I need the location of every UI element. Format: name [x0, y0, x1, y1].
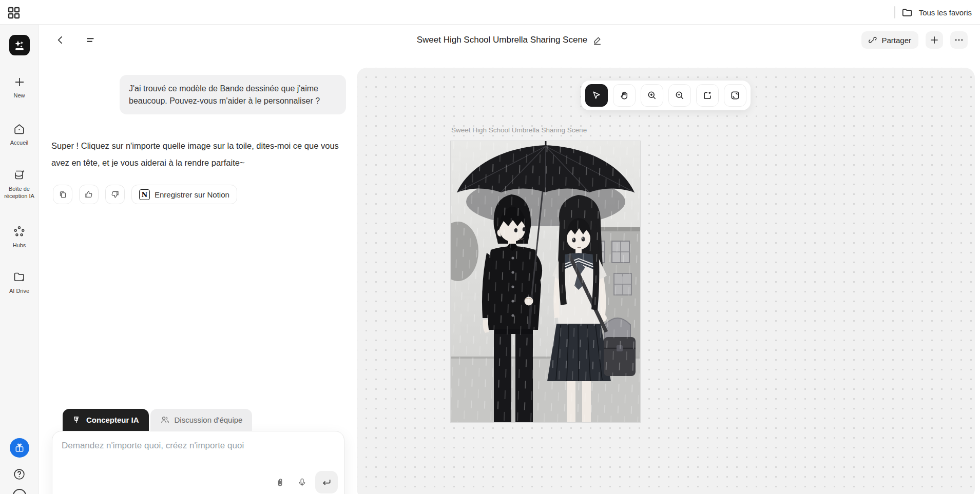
save-to-notion-button[interactable]: N Enregistrer sur Notion	[131, 185, 237, 204]
copy-icon	[59, 190, 67, 199]
designer-pen-icon	[72, 416, 82, 425]
hand-icon	[619, 90, 629, 101]
sidebar-item-boite-reception-ia[interactable]: Boîte de réception IA	[0, 168, 39, 200]
share-button-label: Partager	[881, 36, 911, 45]
add-button[interactable]	[926, 31, 943, 49]
sidebar-item-ai-drive[interactable]: AI Drive	[0, 270, 39, 294]
copy-button[interactable]	[53, 185, 72, 204]
zoom-out-icon	[675, 90, 685, 101]
list-lines-icon	[85, 34, 96, 46]
sidebar-item-accueil[interactable]: Accueil	[0, 123, 39, 146]
help-button[interactable]	[13, 468, 26, 481]
share-button[interactable]: Partager	[861, 31, 918, 49]
notion-button-label: Enregistrer sur Notion	[155, 190, 229, 199]
history-list-button[interactable]	[82, 32, 99, 48]
select-tool-button[interactable]	[585, 84, 608, 107]
top-bar: Tous les favoris	[0, 0, 980, 25]
document-header: Sweet High School Umbrella Sharing Scene…	[39, 25, 980, 55]
zoom-in-tool-button[interactable]	[641, 84, 663, 107]
plus-icon	[929, 35, 939, 45]
user-message-bubble: J'ai trouvé ce modèle de Bande dessinée …	[120, 75, 346, 114]
sidebar-item-label: Accueil	[9, 139, 29, 146]
sidebar-item-label: New	[12, 92, 26, 99]
favorites-folder-icon	[901, 7, 913, 18]
help-icon	[13, 468, 26, 481]
tab-concepteur-ia[interactable]: Concepteur IA	[63, 409, 149, 431]
topbar-separator	[894, 6, 895, 18]
add-frame-icon	[702, 90, 713, 101]
canvas-image[interactable]	[451, 141, 640, 422]
back-button[interactable]	[52, 32, 69, 48]
ai-inbox-icon	[13, 168, 26, 182]
cursor-icon	[591, 90, 602, 101]
back-chevron-icon	[55, 35, 66, 45]
enter-return-icon	[321, 477, 332, 487]
left-sidebar: New Accueil Boîte de réception IA Hubs A…	[0, 25, 39, 494]
chat-tabs: Concepteur IA Discussion d'équipe	[63, 409, 252, 431]
ai-drive-folder-icon	[13, 270, 26, 284]
thumbs-down-button[interactable]	[105, 185, 125, 204]
zoom-out-tool-button[interactable]	[668, 84, 691, 107]
plus-icon	[13, 76, 26, 88]
tab-label: Discussion d'équipe	[175, 416, 243, 424]
sidebar-item-label: AI Drive	[8, 287, 30, 294]
canvas-toolbar	[581, 81, 751, 110]
zoom-in-icon	[647, 90, 657, 101]
link-icon	[869, 36, 877, 45]
ellipsis-icon	[954, 35, 964, 45]
gift-rewards-button[interactable]	[10, 438, 29, 458]
team-people-icon	[160, 415, 170, 425]
attach-file-button[interactable]	[271, 473, 289, 491]
chat-input-card	[52, 431, 344, 494]
sidebar-item-label: Hubs	[12, 242, 27, 249]
thumbs-up-icon	[84, 190, 93, 199]
add-frame-tool-button[interactable]	[696, 84, 719, 107]
hubs-icon	[13, 225, 26, 238]
sidebar-item-hubs[interactable]: Hubs	[0, 225, 39, 249]
message-action-row: N Enregistrer sur Notion	[53, 185, 237, 204]
voice-input-button[interactable]	[293, 473, 311, 491]
more-options-button[interactable]	[950, 31, 968, 49]
user-avatar[interactable]	[13, 489, 26, 494]
canvas-item-caption: Sweet High School Umbrella Sharing Scene	[451, 126, 587, 134]
home-icon	[13, 123, 26, 135]
thumbs-up-button[interactable]	[79, 185, 99, 204]
sidebar-item-label: Boîte de réception IA	[0, 185, 39, 200]
microphone-icon	[297, 478, 307, 487]
edit-pencil-icon[interactable]	[592, 35, 602, 45]
tab-label: Concepteur IA	[86, 416, 139, 424]
tab-discussion-equipe[interactable]: Discussion d'équipe	[150, 409, 253, 431]
gift-icon	[14, 443, 25, 453]
thumbs-down-icon	[110, 190, 120, 199]
favorites-label[interactable]: Tous les favoris	[919, 8, 972, 17]
send-button[interactable]	[315, 471, 338, 493]
fit-view-tool-button[interactable]	[724, 84, 746, 107]
notion-icon: N	[139, 189, 150, 200]
paperclip-icon	[275, 478, 285, 487]
pan-tool-button[interactable]	[613, 84, 636, 107]
app-logo-icon[interactable]	[9, 35, 30, 55]
design-canvas[interactable]: Sweet High School Umbrella Sharing Scene	[357, 68, 975, 494]
page-title: Sweet High School Umbrella Sharing Scene	[417, 35, 588, 45]
fit-view-icon	[730, 90, 740, 101]
assistant-message: Super ! Cliquez sur n'importe quelle ima…	[51, 137, 352, 171]
apps-grid-icon[interactable]	[6, 5, 22, 21]
sidebar-item-new[interactable]: New	[0, 76, 39, 99]
chat-input[interactable]	[54, 433, 342, 469]
